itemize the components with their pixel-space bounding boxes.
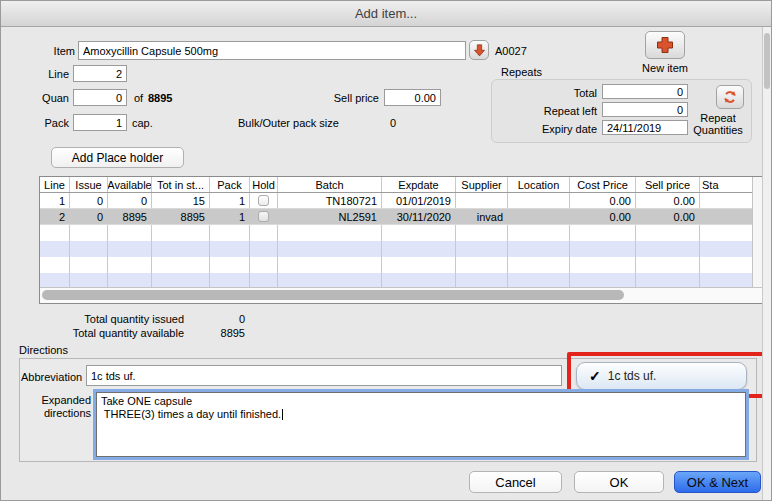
repeat-left-input[interactable]	[602, 102, 688, 117]
repeat-left-label: Repeat left	[492, 105, 597, 117]
table-horizontal-scrollbar[interactable]	[40, 287, 762, 303]
column-header-sell-price[interactable]: Sell price	[636, 177, 700, 192]
sell-price-input[interactable]	[384, 89, 441, 106]
quan-of-value: 8895	[148, 92, 172, 104]
repeats-section-label: Repeats	[501, 66, 542, 78]
repeat-quantities-button[interactable]	[716, 85, 744, 109]
cell-location	[508, 209, 570, 224]
cell-batch: TN180721	[278, 193, 382, 208]
add-item-dialog: Add item... Item A0027 New item Line Qua…	[0, 0, 772, 501]
horizontal-scrollbar-thumb[interactable]	[42, 290, 624, 300]
cell-hold	[250, 193, 278, 208]
item-label: Item	[41, 45, 75, 57]
column-header-available[interactable]: Available	[108, 177, 152, 192]
expanded-label-line2: directions	[44, 407, 91, 419]
abbreviation-input[interactable]	[86, 365, 562, 386]
cell-expdate: 30/11/2020	[382, 209, 456, 224]
repeat-quantities-label-line2: Quantities	[693, 124, 743, 136]
column-header-status[interactable]: Sta	[700, 177, 752, 192]
cell-tot-in-stock: 8895	[152, 209, 210, 224]
expanded-label-line1: Expanded	[41, 394, 91, 406]
column-header-issue[interactable]: Issue	[70, 177, 108, 192]
column-header-line[interactable]: Line	[40, 177, 70, 192]
hold-checkbox[interactable]	[258, 195, 269, 206]
cell-tot-in-stock: 15	[152, 193, 210, 208]
cell-status	[700, 209, 752, 224]
column-header-cost-price[interactable]: Cost Price	[570, 177, 636, 192]
cell-cost-price: 0.00	[570, 193, 636, 208]
cell-hold	[250, 209, 278, 224]
abbreviation-label: Abbreviation	[21, 371, 81, 383]
expiry-date-input[interactable]	[602, 120, 688, 135]
table-header-row: Line Issue Available Tot in st... Pack H…	[40, 177, 752, 193]
item-code: A0027	[495, 45, 527, 57]
sell-price-label: Sell price	[299, 92, 379, 104]
cell-pack: 1	[210, 209, 250, 224]
expanded-directions-line1: Take ONE capsule	[101, 395, 192, 407]
cell-status	[700, 193, 752, 208]
window-scrollbar-thumb[interactable]	[764, 33, 770, 89]
cell-issue: 0	[70, 193, 108, 208]
repeat-refresh-icon	[722, 89, 738, 105]
cell-issue: 0	[70, 209, 108, 224]
cell-location	[508, 193, 570, 208]
line-input[interactable]	[73, 65, 127, 82]
repeats-groupbox: Total Repeat left Expiry date RepeatQuan…	[491, 79, 752, 143]
cell-supplier	[456, 193, 508, 208]
quan-input[interactable]	[73, 89, 127, 106]
total-available-label: Total quantity available	[24, 327, 184, 339]
repeats-total-label: Total	[492, 87, 597, 99]
column-header-pack[interactable]: Pack	[210, 177, 250, 192]
table-vertical-scrollbar[interactable]	[752, 177, 762, 289]
table-row-1[interactable]: 1 0 0 15 1 TN180721 01/01/2019 0.00 0.00	[40, 193, 752, 209]
table-row-2-selected[interactable]: 2 0 8895 8895 1 NL2591 30/11/2020 invad …	[40, 209, 752, 225]
quan-label: Quan	[31, 92, 69, 104]
column-header-location[interactable]: Location	[508, 177, 570, 192]
pack-unit-label: cap.	[132, 117, 153, 129]
cell-line: 1	[40, 193, 70, 208]
text-cursor	[282, 409, 283, 420]
column-header-batch[interactable]: Batch	[278, 177, 382, 192]
table-empty-row	[40, 225, 752, 241]
table-empty-row	[40, 241, 752, 257]
item-input[interactable]	[78, 41, 466, 60]
total-issued-label: Total quantity issued	[24, 313, 184, 325]
ok-and-next-button[interactable]: OK & Next	[674, 471, 761, 493]
column-header-tot-in-stock[interactable]: Tot in st...	[152, 177, 210, 192]
total-available-value: 8895	[187, 327, 245, 339]
cell-cost-price: 0.00	[570, 209, 636, 224]
window-scrollbar[interactable]	[762, 27, 771, 501]
cell-pack: 1	[210, 193, 250, 208]
table-empty-row	[40, 257, 752, 273]
column-header-hold[interactable]: Hold	[250, 177, 278, 192]
cell-sell-price: 0.00	[636, 209, 700, 224]
total-issued-value: 0	[187, 313, 245, 325]
bulk-pack-label: Bulk/Outer pack size	[238, 117, 339, 129]
expanded-directions-label: Expandeddirections	[29, 394, 91, 419]
new-item-label: New item	[625, 62, 705, 74]
cell-supplier: invad	[456, 209, 508, 224]
line-label: Line	[31, 68, 69, 80]
repeat-quantities-label-line1: Repeat	[700, 112, 735, 124]
new-item-button[interactable]	[645, 31, 685, 59]
cell-available: 8895	[108, 209, 152, 224]
add-placeholder-button[interactable]: Add Place holder	[51, 147, 184, 168]
cancel-button[interactable]: Cancel	[469, 471, 562, 493]
titlebar[interactable]: Add item...	[1, 1, 771, 27]
cell-available: 0	[108, 193, 152, 208]
bulk-pack-value: 0	[390, 117, 396, 129]
cell-line: 2	[40, 209, 70, 224]
column-header-supplier[interactable]: Supplier	[456, 177, 508, 192]
hold-checkbox[interactable]	[258, 211, 269, 222]
down-arrow-icon	[474, 44, 485, 57]
repeat-quantities-label: RepeatQuantities	[688, 112, 748, 136]
plus-icon	[655, 35, 675, 55]
expanded-directions-line2: THREE(3) times a day until finished.	[101, 408, 281, 420]
expanded-directions-textarea[interactable]: Take ONE capsule THREE(3) times a day un…	[96, 392, 746, 457]
column-header-expdate[interactable]: Expdate	[382, 177, 456, 192]
item-lookup-button[interactable]	[469, 40, 489, 60]
cell-sell-price: 0.00	[636, 193, 700, 208]
pack-input[interactable]	[73, 114, 127, 131]
ok-button[interactable]: OK	[574, 471, 664, 493]
repeats-total-input[interactable]	[602, 84, 688, 99]
